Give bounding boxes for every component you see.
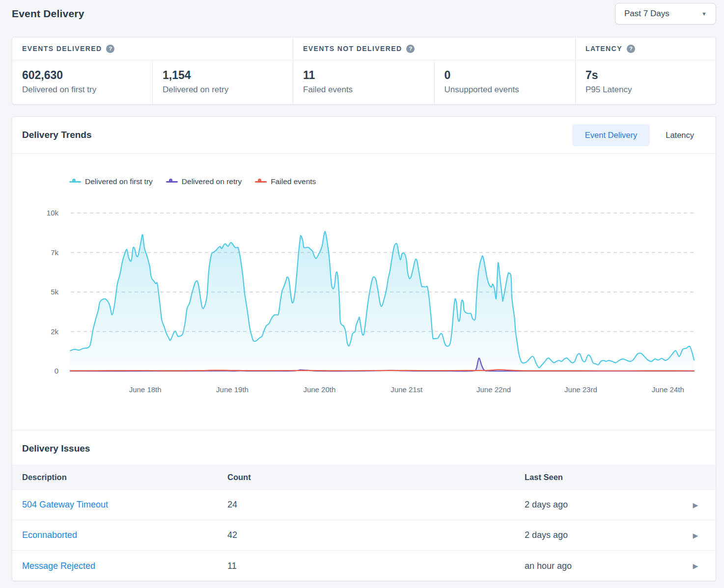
legend-item[interactable]: Delivered on first try xyxy=(69,177,153,186)
stat-group-title: EVENTS NOT DELIVERED xyxy=(303,45,402,53)
metric-value: 11 xyxy=(303,69,424,82)
tab-event-delivery[interactable]: Event Delivery xyxy=(572,124,650,146)
issue-link[interactable]: Econnaborted xyxy=(12,530,227,540)
stat-group-header: LATENCY ? xyxy=(576,37,716,60)
tab-latency[interactable]: Latency xyxy=(653,124,707,146)
metric-value: 602,630 xyxy=(22,69,142,82)
stat-group-body: 11 Failed events 0 Unsupported events xyxy=(293,60,575,104)
x-axis-label: June 22nd xyxy=(476,385,511,394)
legend-marker-icon xyxy=(166,178,178,185)
stat-group-title: LATENCY xyxy=(585,45,622,53)
stat-group-events-delivered: EVENTS DELIVERED ? 602,630 Delivered on … xyxy=(12,37,293,104)
metric-failed-events: 11 Failed events xyxy=(293,60,434,104)
metric-label: Delivered on retry xyxy=(163,85,283,95)
time-range-value: Past 7 Days xyxy=(624,9,669,19)
trend-chart-svg: 02k5k7k10kJune 18thJune 19thJune 20thJun… xyxy=(12,154,716,430)
delivery-issues-header: Delivery Issues xyxy=(12,430,716,465)
trends-tabs: Event Delivery Latency xyxy=(572,124,707,146)
chevron-down-icon: ▼ xyxy=(701,11,707,17)
page-title: Event Delivery xyxy=(12,8,716,20)
metric-label: Unsupported events xyxy=(445,85,566,95)
x-axis-label: June 18th xyxy=(129,385,162,394)
x-axis-label: June 23rd xyxy=(564,385,597,394)
chevron-right-icon[interactable]: ▶ xyxy=(693,532,698,539)
x-axis-label: June 19th xyxy=(216,385,249,394)
series-area-delivered-on-first-try xyxy=(70,232,694,371)
stat-group-header: EVENTS NOT DELIVERED ? xyxy=(293,37,575,60)
issue-link[interactable]: Message Rejected xyxy=(12,561,227,571)
metric-value: 0 xyxy=(445,69,566,82)
summary-stats-card: EVENTS DELIVERED ? 602,630 Delivered on … xyxy=(12,37,716,105)
chevron-right-icon[interactable]: ▶ xyxy=(693,502,698,508)
stat-group-title: EVENTS DELIVERED xyxy=(22,45,102,53)
stat-group-body: 7s P95 Latency xyxy=(576,60,716,104)
stat-group-header: EVENTS DELIVERED ? xyxy=(12,37,293,60)
column-header-description: Description xyxy=(12,473,227,482)
metric-p95-latency: 7s P95 Latency xyxy=(576,60,716,104)
x-axis-label: June 24th xyxy=(652,385,684,394)
metric-label: Failed events xyxy=(303,85,424,95)
table-row: 504 Gateway Timeout 24 2 days ago ▶ xyxy=(12,490,716,520)
delivery-trends-chart: Delivered on first tryDelivered on retry… xyxy=(12,154,716,430)
metric-delivered-first-try: 602,630 Delivered on first try xyxy=(12,60,152,104)
stat-group-events-not-delivered: EVENTS NOT DELIVERED ? 11 Failed events … xyxy=(293,37,575,104)
issue-last-seen: 2 days ago xyxy=(525,500,675,510)
y-axis-label: 2k xyxy=(51,327,58,336)
metric-value: 1,154 xyxy=(163,69,283,82)
metric-value: 7s xyxy=(585,69,706,82)
time-range-dropdown[interactable]: Past 7 Days ▼ xyxy=(615,3,716,25)
legend-item[interactable]: Delivered on retry xyxy=(166,177,242,186)
page-header: Event Delivery Past 7 Days ▼ xyxy=(0,0,724,30)
issue-link[interactable]: 504 Gateway Timeout xyxy=(12,500,227,510)
table-header-row: Description Count Last Seen xyxy=(12,465,716,490)
table-row: Message Rejected 11 an hour ago ▶ xyxy=(12,551,716,581)
legend-label: Failed events xyxy=(271,177,316,186)
trends-title: Delivery Trends xyxy=(22,130,92,140)
y-axis-label: 10k xyxy=(47,209,59,217)
event-delivery-page: Event Delivery Past 7 Days ▼ EVENTS DELI… xyxy=(0,0,724,588)
trends-header: Delivery Trends Event Delivery Latency xyxy=(12,117,716,154)
delivery-issues-title: Delivery Issues xyxy=(22,443,706,454)
legend-marker-icon xyxy=(255,178,267,185)
help-icon[interactable]: ? xyxy=(406,45,415,53)
y-axis-label: 5k xyxy=(51,288,58,296)
x-axis-label: June 20th xyxy=(303,385,335,394)
issue-count: 42 xyxy=(227,530,525,540)
metric-label: P95 Latency xyxy=(585,85,706,95)
legend-marker-icon xyxy=(69,178,81,185)
table-row: Econnaborted 42 2 days ago ▶ xyxy=(12,520,716,551)
legend-label: Delivered on first try xyxy=(85,177,153,186)
column-header-count: Count xyxy=(227,473,525,482)
chart-legend: Delivered on first tryDelivered on retry… xyxy=(69,177,316,186)
help-icon[interactable]: ? xyxy=(627,45,635,53)
issue-count: 24 xyxy=(227,500,525,510)
y-axis-label: 7k xyxy=(51,248,58,257)
issue-last-seen: an hour ago xyxy=(525,561,675,571)
y-axis-label: 0 xyxy=(55,367,58,375)
chevron-right-icon[interactable]: ▶ xyxy=(693,562,698,569)
metric-label: Delivered on first try xyxy=(22,85,142,95)
metric-delivered-retry: 1,154 Delivered on retry xyxy=(152,60,293,104)
column-header-last-seen: Last Seen xyxy=(525,473,675,482)
help-icon[interactable]: ? xyxy=(106,45,114,53)
delivery-trends-card: Delivery Trends Event Delivery Latency D… xyxy=(12,116,716,581)
metric-unsupported-events: 0 Unsupported events xyxy=(434,60,576,104)
x-axis-label: June 21st xyxy=(390,385,423,394)
stat-group-latency: LATENCY ? 7s P95 Latency xyxy=(575,37,716,104)
issue-count: 11 xyxy=(227,561,525,571)
issue-last-seen: 2 days ago xyxy=(525,530,675,540)
legend-label: Delivered on retry xyxy=(182,177,242,186)
stat-group-body: 602,630 Delivered on first try 1,154 Del… xyxy=(12,60,293,104)
delivery-issues-table: Description Count Last Seen 504 Gateway … xyxy=(12,465,716,581)
legend-item[interactable]: Failed events xyxy=(255,177,316,186)
